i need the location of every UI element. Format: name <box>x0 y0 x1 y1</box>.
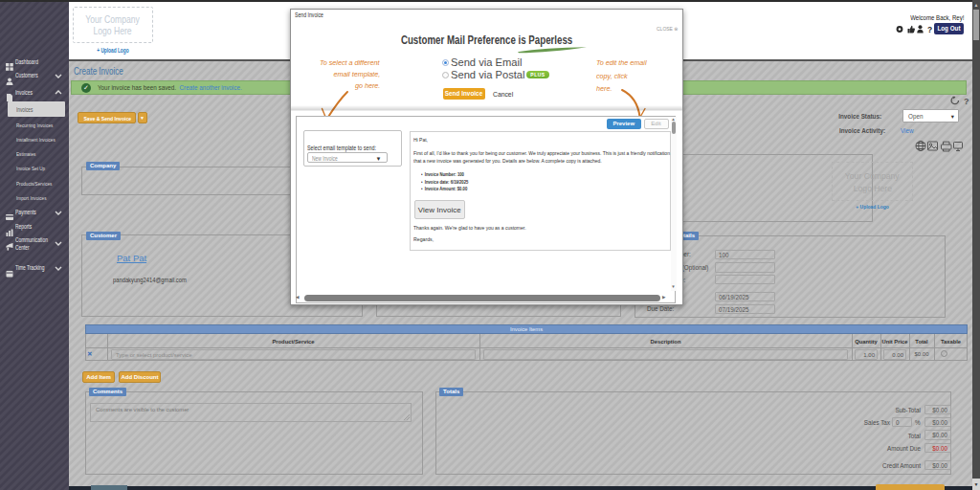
svg-text:?: ? <box>927 25 932 33</box>
svg-text:?: ? <box>964 97 969 106</box>
